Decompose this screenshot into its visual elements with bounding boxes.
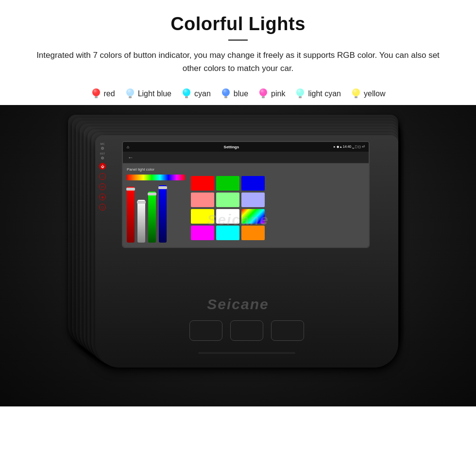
pink-bulb-icon [258,88,269,100]
svg-point-4 [126,88,134,96]
swatch-light-red[interactable] [191,193,214,207]
color-label-pink: pink [271,89,285,98]
page-title: Colorful Lights [10,14,466,35]
color-label-lightblue: Light blue [138,89,171,98]
color-label-blue: blue [234,89,248,98]
red-bulb-icon [91,88,102,100]
page-container: Colorful Lights Integrated with 7 colors… [0,0,476,457]
color-label-cyan: cyan [194,89,211,98]
blue-bulb-icon [221,88,231,100]
home-button-icon: ⌂ [102,175,103,178]
color-item-red: red [91,88,115,100]
svg-rect-11 [224,96,227,98]
back-arrow-icon[interactable]: ← [128,154,134,161]
color-item-cyan: cyan [181,88,211,100]
color-label-lightcyan: light cyan [308,89,341,98]
color-item-yellow: yellow [351,88,385,100]
unit-front: ⌂ Settings ▸ ◆ ▴ 14:40 ␣ ⎕ ◻ ⏎ ← [95,135,398,368]
svg-rect-5 [129,96,132,98]
units-stack: ⌂ Settings ▸ ◆ ▴ 14:40 ␣ ⎕ ◻ ⏎ ← [68,115,408,368]
color-item-blue: blue [221,88,248,100]
svg-point-19 [352,88,360,96]
svg-point-7 [183,88,190,96]
left-buttons-panel: MIC RST ⏻ ⌂ ↩ [99,142,106,211]
color-swatches-grid [191,176,265,245]
svg-rect-8 [185,96,188,98]
color-label-yellow: yellow [364,89,385,98]
spectrum-bar [127,175,185,180]
color-label-red: red [104,89,115,98]
android-statusbar: ⌂ Settings ▸ ◆ ▴ 14:40 ␣ ⎕ ◻ ⏎ [123,142,369,152]
back-button-icon: ↩ [101,185,104,189]
green-slider[interactable] [148,192,156,243]
header: Colorful Lights Integrated with 7 colors… [0,0,476,79]
android-screen: ⌂ Settings ▸ ◆ ▴ 14:40 ␣ ⎕ ◻ ⏎ ← [123,142,369,247]
color-sliders [127,184,185,243]
svg-rect-17 [299,96,302,98]
lightcyan-bulb-icon [295,88,306,100]
lightblue-bulb-icon [125,88,136,100]
header-description: Integrated with 7 colors of button indic… [32,49,444,75]
screen-bezel: ⌂ Settings ▸ ◆ ▴ 14:40 ␣ ⎕ ◻ ⏎ ← [122,141,370,248]
bottom-vent [198,352,295,354]
time-display: 14:40 [343,145,352,148]
connector-3 [271,320,304,341]
main-image-area: ⌂ Settings ▸ ◆ ▴ 14:40 ␣ ⎕ ◻ ⏎ ← [0,105,476,406]
green-slider-handle [148,193,156,195]
home-icon: ⌂ [127,145,129,149]
header-divider [228,39,248,41]
svg-point-16 [296,88,304,96]
svg-point-1 [92,88,100,96]
mic-label: MIC [100,142,104,145]
swatch-light-blue[interactable] [241,193,265,207]
status-icons: ▸ ◆ ▴ 14:40 ␣ ⎕ ◻ ⏎ [334,145,365,149]
connector-2 [230,320,263,341]
blue-slider-handle [158,186,167,189]
watermark-bottom: Seicane [207,296,269,313]
white-slider[interactable] [137,200,145,243]
settings-title: Settings [224,145,239,149]
home-button-red[interactable]: ⌂ [99,173,106,180]
color-item-lightcyan: light cyan [295,88,341,100]
mic-dot [101,147,104,150]
white-slider-handle [137,201,146,204]
yellow-bulb-icon [351,88,361,100]
svg-point-13 [259,88,267,96]
svg-point-10 [222,88,230,96]
sliders-section: Panel light color [127,167,185,245]
svg-rect-2 [95,96,98,98]
svg-rect-20 [355,96,357,98]
red-slider-handle [126,188,135,191]
color-item-lightblue: Light blue [125,88,171,100]
vol-up-icon: ◈ [101,195,104,199]
color-item-pink: pink [258,88,285,100]
red-slider[interactable] [127,187,135,243]
android-navbar: ← [123,152,369,163]
swatch-red[interactable] [191,176,214,191]
color-indicators-row: red Light blue [0,88,476,100]
vol-down-icon: ◇ [101,205,104,210]
panel-label: Panel light color [127,167,185,172]
vol-up-red[interactable]: ◈ [99,193,106,200]
swatch-light-green[interactable] [216,193,239,207]
watermark-top: Seicane [207,211,269,228]
bottom-connectors [189,320,304,341]
back-button-red[interactable]: ↩ [99,183,106,190]
vol-down-red[interactable]: ◇ [99,204,106,211]
power-icon: ⏻ [101,165,104,168]
cyan-bulb-icon [181,88,192,100]
rst-dot [101,157,104,159]
blue-slider[interactable] [159,185,167,243]
swatch-blue[interactable] [241,176,265,191]
rst-label: RST [100,152,105,155]
svg-rect-14 [262,96,265,98]
swatch-green[interactable] [216,176,239,191]
android-content-area: Panel light color [123,163,369,247]
power-button-red[interactable]: ⏻ [99,163,106,170]
connector-1 [189,320,222,341]
